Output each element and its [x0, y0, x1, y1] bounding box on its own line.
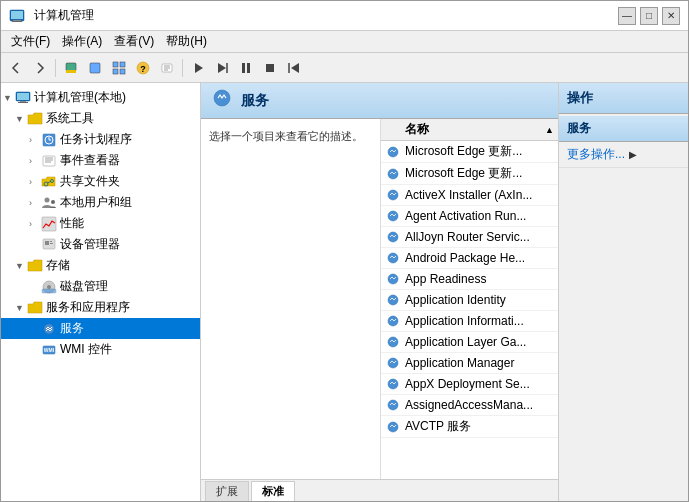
tree-disk-management[interactable]: 磁盘管理 — [1, 276, 200, 297]
play-button[interactable] — [187, 57, 209, 79]
event-viewer-icon — [41, 153, 57, 169]
menu-file[interactable]: 文件(F) — [5, 32, 56, 51]
tree-storage[interactable]: ▼ 存储 — [1, 255, 200, 276]
svg-marker-18 — [218, 63, 226, 73]
expand-task-icon: › — [29, 135, 41, 145]
maximize-button[interactable]: □ — [640, 7, 658, 25]
expand-system-icon: ▼ — [15, 114, 27, 124]
service-row[interactable]: AppX Deployment Se... — [381, 374, 558, 395]
shared-folders-icon — [41, 174, 57, 190]
actions-section-header: 服务 — [559, 116, 688, 142]
app-icon — [9, 8, 25, 24]
expand-icon: ▼ — [3, 93, 15, 103]
service-row[interactable]: ActiveX Installer (AxIn... — [381, 185, 558, 206]
service-name: Agent Activation Run... — [405, 209, 554, 223]
tree-local-users[interactable]: › 本地用户和组 — [1, 192, 200, 213]
services-list-pane[interactable]: 名称 ▲ Microsoft Edge 更新... — [381, 119, 558, 479]
task-scheduler-icon — [41, 132, 57, 148]
up-button[interactable] — [60, 57, 82, 79]
tree-device-manager[interactable]: 设备管理器 — [1, 234, 200, 255]
help-button[interactable]: ? — [132, 57, 154, 79]
services-header-icon — [211, 87, 233, 114]
tree-wmi[interactable]: WMI WMI 控件 — [1, 339, 200, 360]
minimize-button[interactable]: — — [618, 7, 636, 25]
service-row[interactable]: Microsoft Edge 更新... — [381, 141, 558, 163]
svg-rect-9 — [113, 69, 118, 74]
menu-help[interactable]: 帮助(H) — [160, 32, 213, 51]
service-icon — [385, 376, 401, 392]
service-row[interactable]: Android Package He... — [381, 248, 558, 269]
menu-view[interactable]: 查看(V) — [108, 32, 160, 51]
sort-icon: ▲ — [545, 125, 554, 135]
shared-folders-label: 共享文件夹 — [60, 173, 120, 190]
tree-shared-folders[interactable]: › 共享文件夹 — [1, 171, 200, 192]
service-row[interactable]: Application Informati... — [381, 311, 558, 332]
toolbar-separator-1 — [55, 59, 56, 77]
tree-task-scheduler[interactable]: › 任务计划程序 — [1, 129, 200, 150]
close-button[interactable]: ✕ — [662, 7, 680, 25]
service-row[interactable]: Application Layer Ga... — [381, 332, 558, 353]
svg-point-55 — [388, 169, 398, 179]
svg-point-54 — [388, 147, 398, 157]
toolbar-btn-5[interactable] — [156, 57, 178, 79]
storage-icon — [27, 258, 43, 274]
tree-services[interactable]: 服务 — [1, 318, 200, 339]
svg-rect-46 — [50, 243, 53, 244]
more-actions-item[interactable]: 更多操作... ▶ — [559, 142, 688, 168]
svg-rect-45 — [50, 241, 52, 242]
svg-point-56 — [388, 190, 398, 200]
tree-root[interactable]: ▼ 计算机管理(本地) — [1, 87, 200, 108]
service-row[interactable]: Agent Activation Run... — [381, 206, 558, 227]
service-name: Application Manager — [405, 356, 554, 370]
service-icon — [385, 355, 401, 371]
service-icon — [385, 419, 401, 435]
performance-icon — [41, 216, 57, 232]
wmi-icon: WMI — [41, 342, 57, 358]
service-row[interactable]: Application Identity — [381, 290, 558, 311]
svg-rect-4 — [66, 63, 76, 71]
local-users-label: 本地用户和组 — [60, 194, 132, 211]
tree-services-apps[interactable]: ▼ 服务和应用程序 — [1, 297, 200, 318]
tree-system-tools[interactable]: ▼ 系统工具 — [1, 108, 200, 129]
restart-button[interactable] — [283, 57, 305, 79]
device-manager-label: 设备管理器 — [60, 236, 120, 253]
svg-rect-33 — [43, 156, 55, 166]
stop-button[interactable] — [259, 57, 281, 79]
folder-icon — [27, 111, 43, 127]
svg-rect-27 — [20, 101, 26, 102]
expand-svc-apps-icon: ▼ — [15, 303, 27, 313]
svg-point-60 — [388, 274, 398, 284]
svg-point-59 — [388, 253, 398, 263]
wmi-label: WMI 控件 — [60, 341, 112, 358]
svg-point-48 — [47, 285, 51, 289]
menu-action[interactable]: 操作(A) — [56, 32, 108, 51]
service-name: Application Informati... — [405, 314, 554, 328]
task-scheduler-label: 任务计划程序 — [60, 131, 132, 148]
computer-icon — [15, 90, 31, 106]
service-name: Application Layer Ga... — [405, 335, 554, 349]
toolbar-btn-3[interactable] — [108, 57, 130, 79]
tree-performance[interactable]: › 性能 — [1, 213, 200, 234]
svg-rect-5 — [66, 70, 76, 73]
local-users-icon — [41, 195, 57, 211]
service-row[interactable]: Microsoft Edge 更新... — [381, 163, 558, 185]
title-bar-controls: — □ ✕ — [618, 7, 680, 25]
service-row[interactable]: AVCTP 服务 — [381, 416, 558, 438]
pause-button[interactable] — [235, 57, 257, 79]
service-icon — [385, 166, 401, 182]
tab-standard[interactable]: 标准 — [251, 481, 295, 501]
back-button[interactable] — [5, 57, 27, 79]
title-bar-left: 计算机管理 — [9, 7, 94, 24]
services-apps-icon — [27, 300, 43, 316]
service-row[interactable]: App Readiness — [381, 269, 558, 290]
main-window: 计算机管理 — □ ✕ 文件(F) 操作(A) 查看(V) 帮助(H) — [0, 0, 689, 502]
tree-event-viewer[interactable]: › 事件查看器 — [1, 150, 200, 171]
service-row[interactable]: AssignedAccessMana... — [381, 395, 558, 416]
tab-extended[interactable]: 扩展 — [205, 481, 249, 501]
service-row[interactable]: Application Manager — [381, 353, 558, 374]
service-row[interactable]: AllJoyn Router Servic... — [381, 227, 558, 248]
play-selected-button[interactable] — [211, 57, 233, 79]
toolbar-btn-2[interactable] — [84, 57, 106, 79]
forward-button[interactable] — [29, 57, 51, 79]
tree-panel: ▼ 计算机管理(本地) ▼ — [1, 83, 201, 501]
